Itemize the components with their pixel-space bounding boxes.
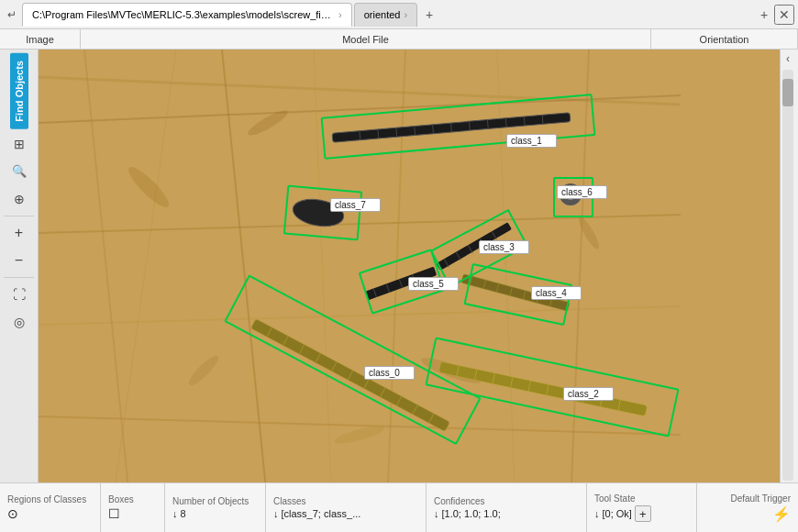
confidences-text: [1.0; 1.0; 1.0; xyxy=(442,508,501,519)
boxes-icon: ☐ xyxy=(108,506,120,521)
classes-value: ↓ [class_7; class_... xyxy=(273,508,418,519)
main-area: Find Objects ⊞ 🔍 ⊕ + − ⛶ ◎ xyxy=(0,50,798,482)
tab-model-file[interactable]: C:\Program Files\MVTec\MERLIC-5.3\exampl… xyxy=(22,3,352,27)
lightning-icon[interactable]: ⚡ xyxy=(772,505,791,523)
tool-state-value: ↓ [0; Ok] + xyxy=(594,505,689,522)
tab-path-label: C:\Program Files\MVTec\MERLIC-5.3\exampl… xyxy=(32,9,335,20)
confidences-value: ↓ [1.0; 1.0; 1.0; xyxy=(434,508,579,519)
wood-background: class_1 class_7 class_5 class_3 class_4 xyxy=(39,50,780,482)
confidences-label: Confidences xyxy=(434,496,579,506)
sidebar-divider-1 xyxy=(4,216,34,216)
back-nav-icon[interactable]: ↵ xyxy=(4,8,20,21)
regions-icon: ⊙ xyxy=(7,506,18,521)
status-classes: Classes ↓ [class_7; class_... xyxy=(266,483,427,532)
col-header-model: Model File xyxy=(81,29,651,49)
scroll-track[interactable] xyxy=(782,70,793,481)
default-trigger-value: ⚡ xyxy=(772,505,791,523)
col-header-orientation: Orientation xyxy=(651,29,798,49)
svg-rect-0 xyxy=(39,50,780,482)
window-add-button[interactable]: + xyxy=(754,5,774,25)
search-zoom-icon[interactable]: 🔍 xyxy=(6,159,32,184)
tab-oriented-label: oriented xyxy=(364,9,401,20)
sidebar: Find Objects ⊞ 🔍 ⊕ + − ⛶ ◎ xyxy=(0,50,39,482)
default-trigger-label: Default Trigger xyxy=(730,493,791,504)
plus-tool-icon[interactable]: + xyxy=(6,220,32,246)
boxes-value: ☐ xyxy=(108,506,157,521)
title-bar: ↵ C:\Program Files\MVTec\MERLIC-5.3\exam… xyxy=(0,0,798,29)
regions-label: Regions of Classes xyxy=(7,494,93,504)
num-objects-count: 8 xyxy=(181,508,186,519)
status-bar: Regions of Classes ⊙ Boxes ☐ Number of O… xyxy=(0,482,798,532)
right-panel: ‹ xyxy=(780,50,798,482)
tab-nav-fwd: › xyxy=(338,9,342,20)
add-trigger-button[interactable]: + xyxy=(635,505,651,522)
status-num-objects: Number of Objects ↓ 8 xyxy=(165,483,266,532)
back-arrow-button[interactable]: ‹ xyxy=(781,50,795,68)
status-default-trigger: Default Trigger ⚡ xyxy=(697,483,798,532)
status-tool-state: Tool State ↓ [0; Ok] + xyxy=(587,483,697,532)
classes-label: Classes xyxy=(273,496,418,506)
boxes-label: Boxes xyxy=(108,494,157,504)
confidences-arrow-icon: ↓ xyxy=(434,508,439,519)
tool-state-label: Tool State xyxy=(594,493,689,504)
status-boxes: Boxes ☐ xyxy=(101,483,165,532)
scroll-thumb[interactable] xyxy=(782,79,793,106)
tab-oriented[interactable]: oriented › xyxy=(354,3,417,27)
num-objects-arrow-icon: ↓ xyxy=(172,508,178,519)
classes-arrow-icon: ↓ xyxy=(273,508,279,519)
tool-state-text: [0; Ok] xyxy=(603,508,632,519)
column-headers: Image Model File Orientation xyxy=(0,29,798,50)
minus-tool-icon[interactable]: − xyxy=(6,248,32,273)
window-close-button[interactable]: ✕ xyxy=(774,5,794,25)
tab-oriented-fwd: › xyxy=(404,9,407,20)
sidebar-divider-2 xyxy=(4,277,34,278)
regions-value: ⊙ xyxy=(7,506,93,521)
num-objects-label: Number of Objects xyxy=(172,496,258,506)
tab-group: ↵ C:\Program Files\MVTec\MERLIC-5.3\exam… xyxy=(4,3,754,27)
num-objects-value: ↓ 8 xyxy=(172,508,258,519)
status-regions: Regions of Classes ⊙ xyxy=(0,483,101,532)
classes-text: [class_7; class_... xyxy=(282,508,361,519)
new-tab-button[interactable]: + xyxy=(419,5,439,25)
tool-state-arrow-icon: ↓ xyxy=(594,508,600,519)
circle-settings-icon[interactable]: ◎ xyxy=(6,309,32,335)
find-objects-tab[interactable]: Find Objects xyxy=(10,53,28,129)
zoom-in-icon[interactable]: ⊕ xyxy=(6,186,32,212)
grid-icon[interactable]: ⊞ xyxy=(6,131,32,157)
image-area: class_1 class_7 class_5 class_3 class_4 xyxy=(39,50,780,482)
col-header-image: Image xyxy=(0,29,81,49)
select-region-icon[interactable]: ⛶ xyxy=(6,282,32,307)
status-confidences: Confidences ↓ [1.0; 1.0; 1.0; xyxy=(427,483,587,532)
